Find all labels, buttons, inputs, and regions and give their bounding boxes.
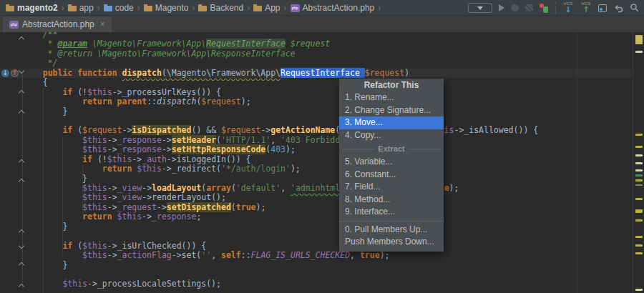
menu-item-6-constant[interactable]: 6. Constant... — [339, 169, 444, 182]
menu-item-2-change-signature[interactable]: 2. Change Signature... — [339, 104, 444, 117]
chevron-right-icon: › — [62, 0, 64, 16]
warning-stripe-mark — [635, 146, 643, 148]
refactor-popup: Refactor This 1. Rename...2. Change Sign… — [339, 79, 444, 252]
code-line: if ($this->_isUrlChecked()) { — [23, 242, 538, 251]
code-line: */ — [23, 59, 538, 68]
code-line — [23, 232, 538, 241]
code-line: if (!$this->_auth->isLoggedIn()) { — [23, 155, 538, 164]
chevron-right-icon: › — [378, 0, 381, 16]
right-margin-guide — [577, 32, 577, 293]
attach-debugger-icon[interactable] — [540, 4, 549, 13]
code-line: if ($request->isDispatched() && $request… — [23, 126, 538, 135]
menu-item-9-interface[interactable]: 9. Interface... — [339, 206, 444, 219]
breadcrumb-item-app[interactable]: App — [253, 3, 280, 13]
warning-stripe-mark — [635, 219, 643, 222]
menu-item-8-method[interactable]: 8. Method... — [339, 194, 444, 207]
run-configuration-combo[interactable] — [468, 3, 492, 13]
breadcrumb-item-magento[interactable]: Magento — [144, 3, 189, 13]
breadcrumb-item-code[interactable]: code — [104, 3, 134, 13]
menu-item-1-rename[interactable]: 1. Rename... — [339, 91, 444, 104]
error-stripe-scrollbar[interactable] — [633, 32, 644, 293]
folder-icon — [68, 6, 77, 11]
menu-item-0-pull-members-up[interactable]: 0. Pull Members Up... — [339, 224, 444, 237]
chevron-down-icon — [477, 6, 483, 10]
breadcrumb-label: App — [265, 3, 280, 13]
tab-abstractaction-php[interactable]: AbstractAction.php × — [3, 16, 112, 32]
code-line: } — [23, 261, 538, 270]
warning-stripe-mark — [635, 134, 643, 136]
menu-separator — [339, 221, 444, 222]
menu-item-7-field[interactable]: 7. Field... — [339, 181, 444, 194]
breadcrumb-label: code — [115, 3, 134, 13]
warning-stripe-mark — [635, 174, 643, 177]
coverage-icon[interactable] — [525, 4, 533, 11]
warning-stripe-mark — [635, 154, 643, 157]
php-file-icon — [291, 4, 300, 12]
code-line: $this->_view->loadLayout(array('default'… — [23, 184, 538, 193]
warning-stripe-mark — [635, 209, 643, 213]
debug-icon[interactable] — [511, 4, 519, 11]
menu-item-3-move[interactable]: 3. Move... — [339, 116, 444, 129]
changes-dialog-icon[interactable] — [598, 4, 607, 12]
warning-stripe-mark — [635, 289, 643, 291]
code-line — [23, 116, 538, 126]
menu-item-4-copy[interactable]: 4. Copy... — [339, 129, 444, 142]
warning-stripe-mark — [635, 184, 643, 186]
code-line: return $this->_response; — [23, 212, 538, 222]
chevron-right-icon: › — [192, 0, 195, 16]
warning-stripe-mark — [635, 51, 643, 53]
code-line: $this->_response->setHeader('HTTP/1.1', … — [23, 136, 538, 145]
arrow-up-icon: ↑ — [582, 6, 589, 14]
breadcrumb-item-backend[interactable]: Backend — [198, 3, 243, 13]
folder-icon — [6, 6, 14, 11]
main-toolbar: VCS ↓ VCS ↑ — [468, 0, 640, 16]
folder-icon — [198, 6, 207, 11]
navigation-bar: magento2›app›code›Magento›Backend›App›Ab… — [0, 0, 644, 16]
code-line: $this->_processLocaleSettings(); — [23, 279, 538, 289]
breadcrumb-label: Backend — [210, 3, 243, 13]
code-line — [23, 270, 538, 279]
run-icon[interactable] — [499, 4, 504, 11]
warning-stripe-mark — [635, 244, 643, 247]
arrow-down-icon: ↓ — [565, 6, 571, 14]
folder-blue-icon — [104, 6, 112, 11]
overriding-method-icon[interactable]: ↑ — [11, 69, 19, 77]
warning-stripe-mark — [635, 162, 643, 164]
folder-icon — [253, 6, 262, 11]
ide-window: magento2›app›code›Magento›Backend›App›Ab… — [0, 0, 644, 293]
breadcrumb-item-magento2[interactable]: magento2 — [6, 3, 58, 13]
code-line: * @return \Magento\Framework\App\Respons… — [23, 49, 538, 59]
code-line: $this->_response->setHttpResponseCode(40… — [23, 145, 538, 154]
breadcrumb-item-app[interactable]: app — [68, 3, 94, 13]
breadcrumb-label: AbstractAction.php — [303, 3, 375, 13]
breadcrumb-item-abstractaction-php[interactable]: AbstractAction.php — [291, 3, 375, 13]
code-editor[interactable]: ↓↑ /** * @param \Magento\Framework\App\R… — [0, 32, 644, 293]
tab-label: AbstractAction.php — [22, 19, 94, 29]
menu-item-push-members-down[interactable]: Push Members Down... — [339, 236, 444, 249]
menu-item-5-variable[interactable]: 5. Variable... — [339, 156, 444, 169]
menu-group-extract: Extract — [339, 141, 444, 156]
code-line: public function dispatch(\Magento\Framew… — [23, 69, 538, 78]
undo-icon[interactable] — [613, 4, 623, 13]
vcs-commit-button[interactable]: VCS ↑ — [580, 1, 592, 14]
vcs-update-button[interactable]: VCS ↓ — [562, 1, 574, 14]
warning-stripe-mark — [635, 236, 643, 238]
search-icon[interactable] — [630, 3, 640, 13]
php-file-icon — [9, 21, 19, 29]
code-line: if (!$this->_processUrlKeys()) { — [23, 88, 538, 97]
code-line: } — [23, 107, 538, 116]
chevron-right-icon: › — [97, 0, 100, 16]
popup-title: Refactor This — [339, 79, 444, 91]
breadcrumb-label: Magento — [155, 3, 189, 13]
close-icon[interactable]: × — [100, 20, 105, 29]
warning-stripe-mark — [635, 198, 643, 200]
code-line: * @param \Magento\Framework\App\RequestI… — [23, 39, 538, 49]
breadcrumb-label: app — [79, 3, 94, 13]
editor-tab-bar: AbstractAction.php × — [0, 16, 644, 32]
code-text: /** * @param \Magento\Framework\App\Requ… — [23, 32, 538, 289]
toolbar-separator — [555, 2, 556, 14]
chevron-right-icon: › — [284, 0, 287, 16]
implemented-method-icon[interactable]: ↓ — [1, 69, 9, 77]
folder-icon — [144, 6, 152, 11]
code-line: } — [23, 222, 538, 232]
